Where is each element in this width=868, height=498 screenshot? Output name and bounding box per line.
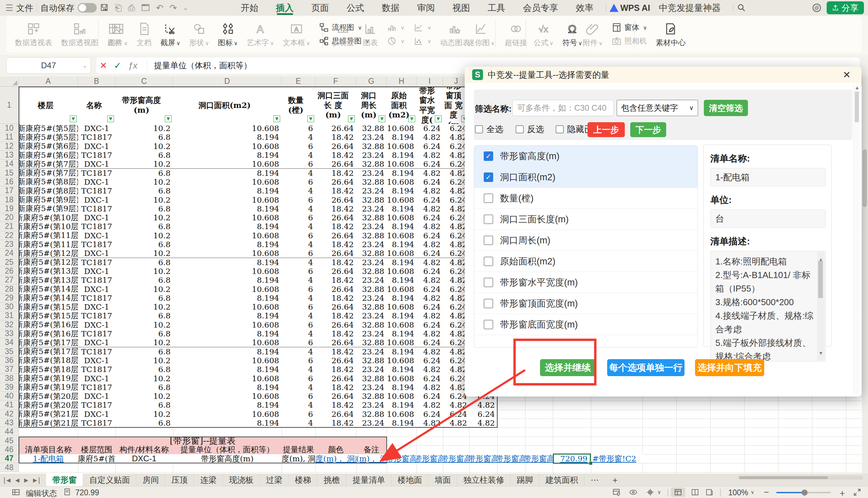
value-cell-C10[interactable]: 10.2 <box>115 124 173 133</box>
value-cell-F16[interactable]: 26.64 <box>315 178 356 187</box>
value-cell-F10[interactable]: 26.64 <box>315 124 356 133</box>
match-mode-select[interactable]: 包含任意关键字∨ <box>617 100 698 116</box>
row-header-35[interactable]: 35 <box>0 347 19 356</box>
zoom-slider[interactable] <box>776 492 831 493</box>
value-cell-C33[interactable]: 6.8 <box>115 329 173 339</box>
value-cell-E37[interactable]: 4 <box>282 365 316 374</box>
value-cell-E25[interactable]: 4 <box>282 258 316 267</box>
sheet-tab-楼地面[interactable]: 楼地面 <box>391 474 429 486</box>
menu-tab-会员专享[interactable]: 会员专享 <box>514 0 567 16</box>
value-cell-K41[interactable]: 4.82 <box>470 401 498 410</box>
row-header-39[interactable]: 39 <box>0 383 19 392</box>
value-cell-E16[interactable]: 6 <box>282 178 316 187</box>
value-cell-C41[interactable]: 6.8 <box>115 401 173 410</box>
row-header-18[interactable]: 18 <box>0 195 19 204</box>
value-cell-I23[interactable]: 4.82 <box>417 240 443 249</box>
value-cell-D31[interactable]: 8.194 <box>173 311 282 320</box>
menu-tab-视图[interactable]: 视图 <box>444 0 479 16</box>
zoom-in-button[interactable]: ＋ <box>838 487 846 498</box>
value-cell-K42[interactable]: 6.24 <box>470 410 498 419</box>
value-cell-G33[interactable]: 23.24 <box>356 329 387 339</box>
value-cell-D22[interactable]: 10.608 <box>173 231 282 240</box>
column-header-H[interactable]: H <box>387 76 417 87</box>
value-cell-D27[interactable]: 8.194 <box>173 276 282 285</box>
value-cell-F31[interactable]: 18.42 <box>315 311 356 320</box>
value-cell-D30[interactable]: 10.608 <box>173 302 282 312</box>
value-cell-C39[interactable]: 6.8 <box>115 383 173 392</box>
row-header-33[interactable]: 33 <box>0 329 19 338</box>
row-header-27[interactable]: 27 <box>0 276 19 285</box>
row-header-41[interactable]: 41 <box>0 401 19 409</box>
value-cell-I10[interactable]: 6.24 <box>417 124 443 133</box>
name-cell-B38[interactable]: DXC-1 <box>78 374 116 383</box>
hide-used-checkbox[interactable] <box>556 125 564 133</box>
unchecked-checkbox[interactable] <box>484 278 493 287</box>
value-cell-D33[interactable]: 8.194 <box>173 329 282 339</box>
value-cell-E28[interactable]: 6 <box>282 285 316 294</box>
menu-tab-插入[interactable]: 插入 <box>267 0 302 16</box>
floor-cell-A33[interactable]: 新康府5#(第16层) <box>19 329 78 339</box>
value-cell-E36[interactable]: 6 <box>282 356 316 365</box>
description-scrollbar[interactable]: ▲ ▼ <box>817 252 825 361</box>
row-header-20[interactable]: 20 <box>0 213 19 222</box>
value-cell-F30[interactable]: 26.64 <box>315 302 356 312</box>
value-cell-D40[interactable]: 10.608 <box>173 392 282 401</box>
filter-icon[interactable]: ▼ <box>107 115 114 122</box>
value-cell-E30[interactable]: 6 <box>282 302 316 312</box>
value-cell-H43[interactable]: 8.194 <box>387 419 417 428</box>
value-cell-F14[interactable]: 26.64 <box>315 159 356 169</box>
value-cell-D35[interactable]: 8.194 <box>173 347 282 356</box>
value-cell-I39[interactable]: 4.82 <box>417 383 443 392</box>
value-cell-G11[interactable]: 23.24 <box>356 133 387 142</box>
filter-icon[interactable]: ▼ <box>273 115 280 122</box>
value-cell-F12[interactable]: 26.64 <box>315 142 356 151</box>
row-header-36[interactable]: 36 <box>0 356 19 365</box>
name-cell-B42[interactable]: DXC-1 <box>78 410 116 419</box>
dialog-scroll-up-icon[interactable]: ▲ <box>855 85 859 90</box>
select-and-fill-down-button[interactable]: 选择并向下填充 <box>695 359 764 376</box>
value-cell-C24[interactable]: 10.2 <box>115 249 173 258</box>
option-row-带形窗高度(m)[interactable]: ✓带形窗高度(m) <box>474 146 697 167</box>
more-sheets-button[interactable]: ⋯ <box>584 474 605 486</box>
value-cell-I20[interactable]: 6.24 <box>417 213 443 222</box>
value-cell-E42[interactable]: 6 <box>282 410 316 419</box>
value-cell-G17[interactable]: 23.24 <box>356 186 387 196</box>
floor-cell-A19[interactable]: 新康府5#(第9层) <box>19 204 78 213</box>
autosave-toggle[interactable] <box>78 3 97 13</box>
value-cell-C13[interactable]: 6.8 <box>115 151 173 160</box>
value-cell-G18[interactable]: 32.88 <box>356 195 387 204</box>
value-cell-G16[interactable]: 32.88 <box>356 178 387 187</box>
value-cell-H11[interactable]: 8.194 <box>387 133 417 142</box>
table-header-A1[interactable]: 楼层▼ <box>19 87 78 124</box>
value-cell-F20[interactable]: 26.64 <box>315 213 356 222</box>
value-cell-H24[interactable]: 10.608 <box>387 249 417 258</box>
name-cell-B12[interactable]: DXC-1 <box>78 142 116 151</box>
value-cell-G31[interactable]: 23.24 <box>356 311 387 320</box>
value-cell-E26[interactable]: 6 <box>282 267 316 276</box>
value-cell-G22[interactable]: 32.88 <box>356 231 387 240</box>
value-cell-F15[interactable]: 18.42 <box>315 169 356 178</box>
value-cell-I26[interactable]: 6.24 <box>417 267 443 276</box>
zoom-caret-icon[interactable]: ∨ <box>751 489 754 495</box>
value-cell-I25[interactable]: 4.82 <box>417 258 443 267</box>
name-cell-B17[interactable]: TC1817 <box>78 186 116 196</box>
column-header-G[interactable]: G <box>356 76 387 87</box>
row-header-31[interactable]: 31 <box>0 311 19 320</box>
value-cell-E34[interactable]: 6 <box>282 338 316 347</box>
name-cell-B24[interactable]: DXC-1 <box>78 249 116 258</box>
value-cell-C31[interactable]: 6.8 <box>115 311 173 320</box>
value-cell-C32[interactable]: 10.2 <box>115 320 173 330</box>
column-header-D[interactable]: D <box>173 76 282 87</box>
value-cell-C40[interactable]: 10.2 <box>115 392 173 401</box>
value-cell-F34[interactable]: 26.64 <box>315 338 356 347</box>
value-cell-G43[interactable]: 23.24 <box>356 419 387 428</box>
floor-cell-A40[interactable]: 新康府5#(第20层) <box>19 392 78 401</box>
column-header-B[interactable]: B <box>78 76 115 87</box>
quantity-link-2[interactable]: 带形窗高 <box>443 454 470 463</box>
value-cell-F28[interactable]: 26.64 <box>315 285 356 294</box>
value-cell-H37[interactable]: 8.194 <box>387 365 417 374</box>
ribbon-textbox-icon[interactable]: A文本框∨ <box>283 21 310 48</box>
value-cell-F18[interactable]: 26.64 <box>315 195 356 204</box>
value-cell-E22[interactable]: 6 <box>282 231 316 240</box>
page-break-view-button[interactable] <box>702 487 716 497</box>
